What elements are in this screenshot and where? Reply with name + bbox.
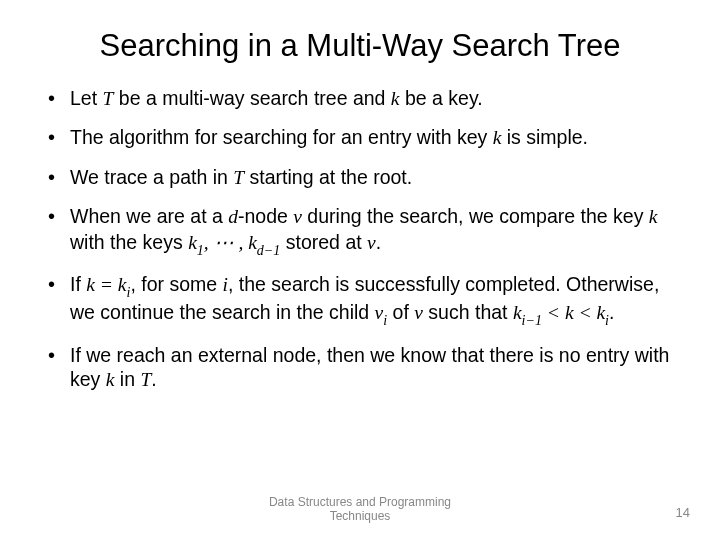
math-T: T bbox=[140, 369, 151, 390]
math-k: k bbox=[391, 88, 400, 109]
bullet-1: Let T be a multi-way search tree and k b… bbox=[48, 86, 680, 111]
text: . bbox=[151, 368, 156, 390]
bullet-5: If k = ki, for some i, the search is suc… bbox=[48, 272, 680, 329]
text: . bbox=[609, 301, 614, 323]
math-T: T bbox=[103, 88, 114, 109]
math-dots: , ⋯ , bbox=[204, 232, 248, 253]
bullet-list: Let T be a multi-way search tree and k b… bbox=[40, 86, 680, 407]
bullet-4: When we are at a d-node v during the sea… bbox=[48, 204, 680, 258]
text: If bbox=[70, 273, 86, 295]
math-lt2: < bbox=[574, 302, 597, 323]
math-v: v bbox=[293, 206, 302, 227]
text: such that bbox=[423, 301, 513, 323]
math-k: k bbox=[649, 206, 658, 227]
text: . bbox=[376, 231, 381, 253]
text: of bbox=[387, 301, 414, 323]
text: The algorithm for searching for an entry… bbox=[70, 126, 493, 148]
text: Let bbox=[70, 87, 103, 109]
sub-vi: i bbox=[383, 312, 387, 328]
sub-1: 1 bbox=[197, 242, 204, 258]
math-ki: k bbox=[118, 274, 127, 295]
text: , for some bbox=[130, 273, 222, 295]
math-v: v bbox=[414, 302, 423, 323]
math-ki: k bbox=[596, 302, 605, 323]
math-lt1: < bbox=[542, 302, 565, 323]
text: We trace a path in bbox=[70, 166, 233, 188]
math-v: v bbox=[367, 232, 376, 253]
bullet-3: We trace a path in T starting at the roo… bbox=[48, 165, 680, 190]
footer-line2: Techniques bbox=[330, 509, 391, 523]
page-number: 14 bbox=[676, 505, 690, 520]
text: with the keys bbox=[70, 231, 188, 253]
text: is simple. bbox=[501, 126, 588, 148]
text: If we reach an external node, then we kn… bbox=[70, 344, 669, 390]
bullet-2: The algorithm for searching for an entry… bbox=[48, 125, 680, 150]
math-vi: v bbox=[375, 302, 384, 323]
math-kd1: k bbox=[248, 232, 257, 253]
math-k1: k bbox=[188, 232, 197, 253]
text: in bbox=[114, 368, 140, 390]
math-ki1: k bbox=[513, 302, 522, 323]
bullet-6: If we reach an external node, then we kn… bbox=[48, 343, 680, 393]
sub-i2: i bbox=[605, 312, 609, 328]
slide-title: Searching in a Multi-Way Search Tree bbox=[40, 28, 680, 64]
math-T: T bbox=[233, 167, 244, 188]
text: starting at the root. bbox=[244, 166, 412, 188]
math-k: k bbox=[565, 302, 574, 323]
text: -node bbox=[238, 205, 293, 227]
math-k: k bbox=[86, 274, 95, 295]
text: during the search, we compare the key bbox=[302, 205, 649, 227]
text: be a multi-way search tree and bbox=[113, 87, 390, 109]
slide: Searching in a Multi-Way Search Tree Let… bbox=[0, 0, 720, 540]
footer-text: Data Structures and Programming Techniqu… bbox=[269, 496, 451, 524]
footer-line1: Data Structures and Programming bbox=[269, 495, 451, 509]
sub-i: i bbox=[127, 284, 131, 300]
sub-i1: i−1 bbox=[522, 312, 542, 328]
slide-footer: Data Structures and Programming Techniqu… bbox=[0, 496, 720, 524]
text: When we are at a bbox=[70, 205, 228, 227]
text: stored at bbox=[280, 231, 367, 253]
math-d: d bbox=[228, 206, 238, 227]
text: be a key. bbox=[400, 87, 483, 109]
sub-d1: d−1 bbox=[257, 242, 281, 258]
math-eq: = bbox=[95, 274, 118, 295]
